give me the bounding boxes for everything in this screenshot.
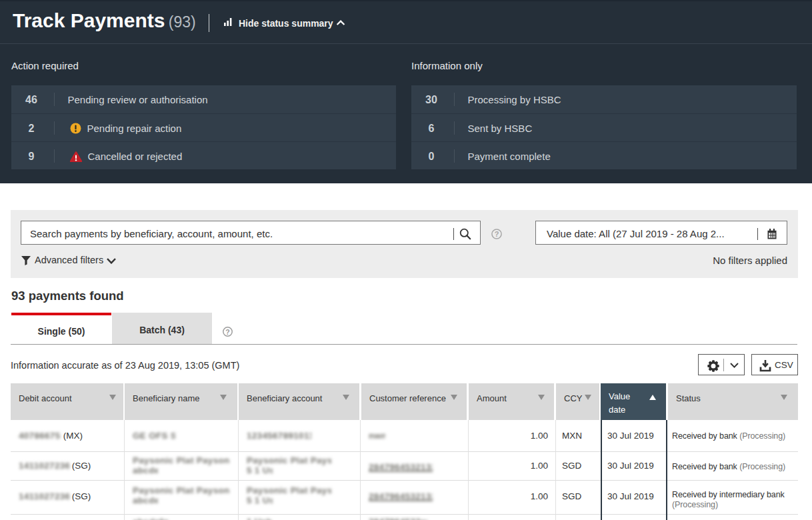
svg-text:?: ? xyxy=(225,328,229,336)
svg-text:?: ? xyxy=(495,230,499,238)
